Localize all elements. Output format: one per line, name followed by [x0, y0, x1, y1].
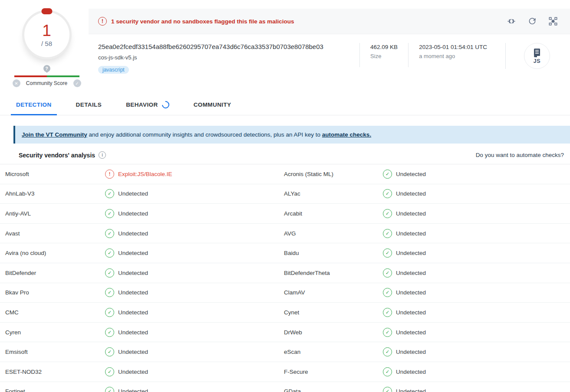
community-bar-negative	[14, 75, 47, 77]
table-row: BitDefender✓UndetectedBitDefenderTheta✓U…	[0, 263, 570, 283]
result-text: Undetected	[118, 388, 148, 392]
check-icon: ✓	[383, 308, 392, 317]
vendor-result: ✓Undetected	[383, 382, 570, 392]
vendor-result: ✓Undetected	[105, 342, 279, 362]
vendor-result: ✓Undetected	[383, 184, 570, 204]
vendor-name: Microsoft	[0, 164, 105, 184]
tab-behavior[interactable]: BEHAVIOR	[123, 101, 171, 115]
result-text: Undetected	[396, 329, 426, 336]
analysis-date-block: 2023-05-01 01:54:01 UTC a moment ago	[408, 43, 498, 67]
vendor-name: Baidu	[279, 243, 383, 263]
vendor-name: Emsisoft	[0, 342, 105, 362]
behavior-loading-spinner-icon	[160, 100, 171, 110]
compare-icon[interactable]	[507, 16, 516, 26]
reanalyze-icon[interactable]	[527, 16, 537, 26]
section-title: Security vendors' analysis	[19, 152, 95, 159]
table-row: Bkav Pro✓UndetectedClamAV✓Undetected	[0, 283, 570, 303]
check-icon: ✓	[383, 170, 392, 179]
file-size-label: Size	[370, 53, 398, 59]
banner-text: and enjoy additional community insights …	[87, 131, 322, 138]
table-row: Microsoft!Exploit:JS/Blacole.IEAcronis (…	[0, 164, 570, 184]
check-icon: ✓	[383, 367, 392, 376]
tab-behavior-label: BEHAVIOR	[126, 101, 158, 108]
vendor-result: ✓Undetected	[105, 382, 279, 392]
table-row: Antiy-AVL✓UndetectedArcabit✓Undetected	[0, 204, 570, 224]
detections-total: / 58	[41, 40, 52, 47]
check-icon: ✓	[383, 328, 392, 337]
result-text: Undetected	[118, 309, 148, 316]
info-icon[interactable]: i	[99, 151, 106, 159]
vendor-result: ✓Undetected	[383, 283, 570, 303]
result-text: Exploit:JS/Blacole.IE	[118, 171, 172, 177]
vendor-result: ✓Undetected	[383, 243, 570, 263]
automate-checks-prompt[interactable]: Do you want to automate checks?	[476, 152, 564, 158]
result-text: Undetected	[118, 329, 148, 336]
detections-count: 1	[42, 23, 51, 39]
vendor-result: ✓Undetected	[383, 303, 570, 322]
table-row: Avira (no cloud)✓UndetectedBaidu✓Undetec…	[0, 243, 570, 263]
vendor-result: ✓Undetected	[383, 204, 570, 223]
file-size-block: 462.09 KB Size	[359, 43, 408, 67]
result-text: Undetected	[118, 369, 148, 375]
graph-icon[interactable]	[548, 16, 558, 26]
automate-checks-link[interactable]: automate checks.	[322, 131, 371, 138]
vendor-name: GData	[279, 382, 383, 392]
vote-malicious-icon[interactable]: ✕	[13, 79, 20, 87]
tab-detection[interactable]: DETECTION	[13, 101, 54, 115]
check-icon: ✓	[105, 229, 114, 238]
check-icon: ✓	[105, 268, 114, 278]
vendor-name: BitDefender	[0, 263, 105, 283]
check-icon: ✓	[105, 189, 114, 198]
vendor-name: Cyren	[0, 323, 105, 342]
vendor-name: AhnLab-V3	[0, 184, 105, 204]
check-icon: ✓	[105, 387, 114, 392]
result-text: Undetected	[396, 171, 426, 177]
filetype-badge: JS	[524, 43, 550, 69]
vendor-result: !Exploit:JS/Blacole.IE	[105, 164, 279, 184]
tag-javascript[interactable]: javascript	[98, 66, 129, 74]
detection-gauge: 1 / 58	[24, 12, 69, 57]
alert-icon: !	[98, 17, 107, 26]
result-text: Undetected	[396, 210, 426, 217]
tab-community[interactable]: COMMUNITY	[191, 101, 234, 115]
vendor-result: ✓Undetected	[383, 263, 570, 283]
check-icon: ✓	[383, 268, 392, 278]
vote-harmless-icon[interactable]: ✓	[73, 79, 81, 87]
report-header: 1 / 58 ? ✕ Community Score ✓ !	[0, 0, 570, 87]
result-text: Undetected	[118, 270, 148, 276]
vendors-section-header: Security vendors' analysis i Do you want…	[0, 151, 570, 164]
table-row: Avast✓UndetectedAVG✓Undetected	[0, 224, 570, 244]
table-row: AhnLab-V3✓UndetectedALYac✓Undetected	[0, 184, 570, 204]
check-icon: ✓	[383, 189, 392, 198]
file-info: 25ea0e2fcedf33154a88fbe6260295707ea743d6…	[89, 34, 570, 83]
result-text: Undetected	[396, 190, 426, 197]
vendor-name: F-Secure	[279, 362, 383, 382]
vendor-result: ✓Undetected	[105, 243, 279, 263]
table-row: ESET-NOD32✓UndetectedF-Secure✓Undetected	[0, 362, 570, 382]
virustotal-report-page: 1 / 58 ? ✕ Community Score ✓ !	[0, 0, 570, 392]
vendor-result: ✓Undetected	[383, 164, 570, 184]
vendor-name: AVG	[279, 224, 383, 243]
join-vt-community-link[interactable]: Join the VT Community	[22, 131, 87, 138]
warning-bar: ! 1 security vendor and no sandboxes fla…	[89, 9, 570, 34]
vendor-result: ✓Undetected	[105, 224, 279, 243]
analysis-date-value: 2023-05-01 01:54:01 UTC	[419, 44, 487, 50]
tab-details[interactable]: DETAILS	[73, 101, 105, 115]
community-score-label: Community Score	[26, 80, 67, 86]
vendor-name: ClamAV	[279, 283, 383, 303]
vendor-name: Bkav Pro	[0, 283, 105, 303]
vendor-name: DrWeb	[279, 323, 383, 342]
check-icon: ✓	[105, 248, 114, 258]
vt-community-banner: Join the VT Community and enjoy addition…	[13, 126, 570, 144]
document-icon	[533, 48, 541, 58]
community-score-bar	[14, 75, 79, 77]
check-icon: ✓	[105, 347, 114, 356]
result-text: Undetected	[118, 289, 148, 296]
vendor-name: Arcabit	[279, 204, 383, 223]
check-icon: ✓	[383, 248, 392, 258]
vendor-name: Avast	[0, 224, 105, 243]
check-icon: ✓	[383, 229, 392, 238]
vendor-name: Acronis (Static ML)	[279, 164, 383, 184]
table-row: Emsisoft✓UndetectedeScan✓Undetected	[0, 342, 570, 362]
vendor-name: BitDefenderTheta	[279, 263, 383, 283]
